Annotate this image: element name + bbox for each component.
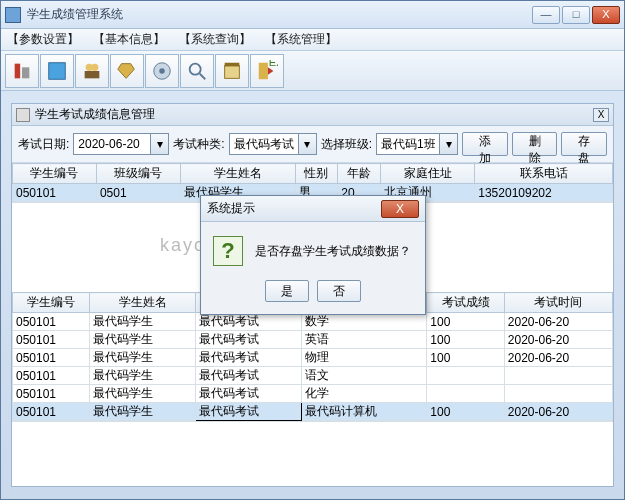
dialog-yes-button[interactable]: 是 <box>265 280 309 302</box>
titlebar[interactable]: 学生成绩管理系统 — □ X <box>1 1 624 29</box>
app-icon <box>5 7 21 23</box>
svg-point-7 <box>159 68 165 74</box>
svg-point-8 <box>190 63 201 74</box>
inner-icon <box>16 108 30 122</box>
class-combo[interactable] <box>376 133 440 155</box>
dialog-titlebar[interactable]: 系统提示 X <box>201 196 425 222</box>
date-label: 考试日期: <box>18 136 69 153</box>
inner-title-text: 学生考试成绩信息管理 <box>35 106 593 123</box>
inner-titlebar[interactable]: 学生考试成绩信息管理 X <box>12 104 613 126</box>
date-input[interactable] <box>73 133 151 155</box>
g1h2[interactable]: 学生姓名 <box>180 164 295 184</box>
class-label: 选择班级: <box>321 136 372 153</box>
svg-rect-5 <box>85 71 100 78</box>
toolbar: EXIT <box>1 51 624 91</box>
svg-rect-2 <box>49 62 66 79</box>
toolbar-btn-5[interactable] <box>145 54 179 88</box>
inner-close-button[interactable]: X <box>593 108 609 122</box>
class-dropdown-icon[interactable]: ▾ <box>440 133 458 155</box>
menu-query[interactable]: 【系统查询】 <box>179 31 251 48</box>
date-dropdown-icon[interactable]: ▾ <box>151 133 169 155</box>
question-icon: ? <box>213 236 243 266</box>
grid2-row[interactable]: 050101最代码学生最代码考试语文 <box>13 367 613 385</box>
svg-line-9 <box>200 73 206 79</box>
dialog-no-button[interactable]: 否 <box>317 280 361 302</box>
delete-button[interactable]: 删除 <box>512 132 558 156</box>
grid2-row[interactable]: 050101最代码学生最代码考试数学1002020-06-20 <box>13 313 613 331</box>
g1h4[interactable]: 年龄 <box>338 164 381 184</box>
grid2-row[interactable]: 050101最代码学生最代码考试英语1002020-06-20 <box>13 331 613 349</box>
g1h5[interactable]: 家庭住址 <box>381 164 475 184</box>
type-combo[interactable] <box>229 133 299 155</box>
toolbar-btn-2[interactable] <box>40 54 74 88</box>
grid2-row[interactable]: 050101最代码学生最代码考试最代码计算机1002020-06-20 <box>13 403 613 421</box>
grid2-row[interactable]: 050101最代码学生最代码考试物理1002020-06-20 <box>13 349 613 367</box>
g1h3[interactable]: 性别 <box>295 164 338 184</box>
add-button[interactable]: 添加 <box>462 132 508 156</box>
g1h0[interactable]: 学生编号 <box>13 164 97 184</box>
menubar: 【参数设置】 【基本信息】 【系统查询】 【系统管理】 <box>1 29 624 51</box>
grid2-empty <box>12 421 613 486</box>
toolbar-btn-exit[interactable]: EXIT <box>250 54 284 88</box>
grid2-row[interactable]: 050101最代码学生最代码考试化学 <box>13 385 613 403</box>
g1h6[interactable]: 联系电话 <box>475 164 613 184</box>
toolbar-btn-4[interactable] <box>110 54 144 88</box>
dialog-close-button[interactable]: X <box>381 200 419 218</box>
svg-rect-12 <box>259 62 268 79</box>
filter-row: 考试日期: ▾ 考试种类: ▾ 选择班级: ▾ 添加 删除 存盘 <box>12 126 613 163</box>
svg-rect-10 <box>225 65 240 78</box>
svg-text:EXIT: EXIT <box>269 60 278 68</box>
svg-point-4 <box>91 63 98 70</box>
g1h1[interactable]: 班级编号 <box>96 164 180 184</box>
grid1-header-row: 学生编号 班级编号 学生姓名 性别 年龄 家庭住址 联系电话 <box>13 164 613 184</box>
menu-params[interactable]: 【参数设置】 <box>7 31 79 48</box>
window-title: 学生成绩管理系统 <box>27 6 532 23</box>
menu-basic[interactable]: 【基本信息】 <box>93 31 165 48</box>
toolbar-btn-7[interactable] <box>215 54 249 88</box>
type-dropdown-icon[interactable]: ▾ <box>299 133 317 155</box>
maximize-button[interactable]: □ <box>562 6 590 24</box>
type-label: 考试种类: <box>173 136 224 153</box>
dialog-message: 是否存盘学生考试成绩数据？ <box>255 243 411 260</box>
close-button[interactable]: X <box>592 6 620 24</box>
svg-rect-0 <box>15 63 21 78</box>
svg-rect-1 <box>22 67 29 78</box>
save-button[interactable]: 存盘 <box>561 132 607 156</box>
minimize-button[interactable]: — <box>532 6 560 24</box>
confirm-dialog: 系统提示 X ? 是否存盘学生考试成绩数据？ 是 否 <box>200 195 426 315</box>
toolbar-btn-3[interactable] <box>75 54 109 88</box>
toolbar-btn-6[interactable] <box>180 54 214 88</box>
dialog-title: 系统提示 <box>207 200 381 217</box>
menu-system[interactable]: 【系统管理】 <box>265 31 337 48</box>
toolbar-btn-1[interactable] <box>5 54 39 88</box>
svg-rect-11 <box>225 62 240 66</box>
